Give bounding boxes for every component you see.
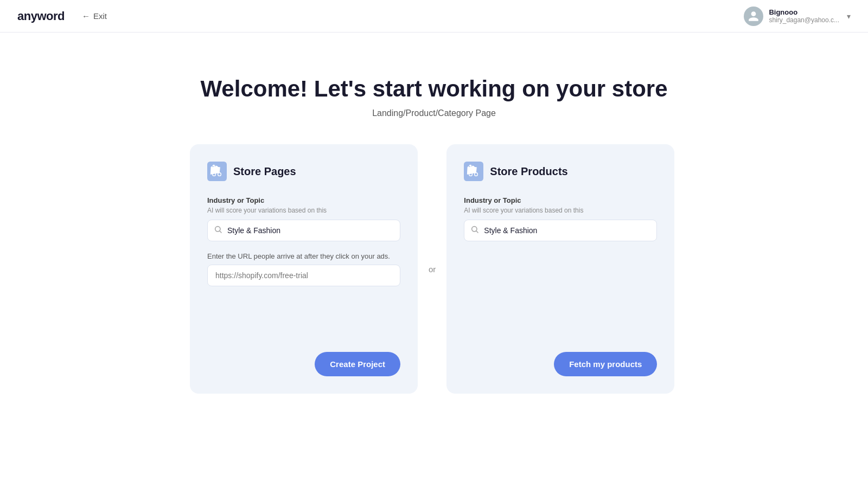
url-label: Enter the URL people arrive at after the… (207, 252, 400, 260)
user-email: shiry_dagan@yahoo.c... (769, 16, 839, 24)
page-subtitle: Landing/Product/Category Page (372, 108, 496, 118)
page-title: Welcome! Let's start working on your sto… (200, 76, 667, 102)
exit-label: Exit (93, 11, 107, 21)
store-pages-card-header: Store Pages (207, 162, 400, 181)
cards-container: Store Pages Industry or Topic AI will sc… (190, 144, 678, 394)
store-products-title: Store Products (490, 165, 567, 178)
logo: anyword (17, 9, 65, 23)
industry-sublabel-pages: AI will score your variations based on t… (207, 207, 400, 214)
user-name: Bignooo (769, 8, 839, 16)
main-content: Welcome! Let's start working on your sto… (0, 33, 868, 394)
svg-line-2 (220, 231, 221, 233)
shopify-pages-icon (207, 162, 227, 181)
exit-button[interactable]: ← Exit (82, 11, 107, 21)
industry-input-products[interactable] (464, 220, 657, 241)
user-menu[interactable]: Bignooo shiry_dagan@yahoo.c... ▾ (744, 7, 851, 26)
create-project-button[interactable]: Create Project (315, 352, 400, 376)
svg-line-5 (476, 231, 478, 233)
store-pages-title: Store Pages (233, 165, 296, 178)
header: anyword ← Exit Bignooo shiry_dagan@yahoo… (0, 0, 868, 33)
search-icon-products (470, 225, 479, 236)
store-pages-industry-field: Industry or Topic AI will score your var… (207, 196, 400, 252)
store-products-card: Store Products Industry or Topic AI will… (446, 144, 674, 394)
store-products-card-footer: Fetch my products (464, 330, 657, 376)
or-divider: or (418, 265, 446, 274)
search-icon-pages (214, 225, 222, 236)
store-products-card-header: Store Products (464, 162, 657, 181)
url-field: Enter the URL people arrive at after the… (207, 252, 400, 286)
industry-sublabel-products: AI will score your variations based on t… (464, 207, 657, 214)
industry-search-wrapper-products (464, 220, 657, 241)
industry-label-products: Industry or Topic (464, 196, 657, 204)
avatar (744, 7, 763, 26)
store-pages-card: Store Pages Industry or Topic AI will sc… (190, 144, 418, 394)
header-left: anyword ← Exit (17, 9, 107, 23)
industry-label-pages: Industry or Topic (207, 196, 400, 204)
fetch-products-button[interactable]: Fetch my products (554, 352, 657, 376)
shopify-products-icon (464, 162, 483, 181)
industry-search-wrapper-pages (207, 220, 400, 241)
back-arrow-icon: ← (82, 11, 90, 21)
store-products-industry-field: Industry or Topic AI will score your var… (464, 196, 657, 252)
url-input[interactable] (207, 265, 400, 286)
store-pages-card-footer: Create Project (207, 330, 400, 376)
user-info: Bignooo shiry_dagan@yahoo.c... (769, 8, 839, 24)
chevron-down-icon: ▾ (847, 12, 851, 21)
industry-input-pages[interactable] (207, 220, 400, 241)
